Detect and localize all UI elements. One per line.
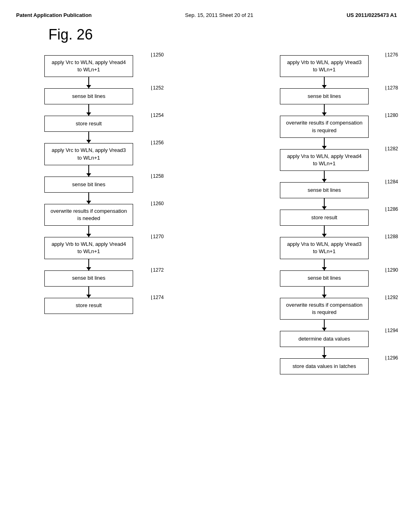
page: Patent Application Publication Sep. 15, …: [0, 0, 413, 532]
right-flow-column: apply Vrb to WLN, apply Vread3 to WLn+1 …: [268, 55, 381, 374]
arrow-1278-1280: [324, 104, 325, 116]
box-1254: store result: [44, 116, 133, 132]
box-1280: overwrite results if compensation is req…: [280, 116, 369, 137]
node-1296-wrapper: store data values in latches ⌊1296: [268, 358, 381, 374]
arrow-1282-1284: [324, 171, 325, 182]
box-1272: sense bit lines: [44, 270, 133, 287]
label-1290: ⌊1290: [384, 267, 399, 273]
node-1280-wrapper: overwrite results if compensation is req…: [268, 116, 381, 137]
box-1288: apply Vra to WLN, apply Vread3 to WLn+1: [280, 237, 369, 259]
box-1282: apply Vra to WLN, apply Vread4 to WLn+1: [280, 149, 369, 171]
node-1270-wrapper: apply Vrb to WLN, apply Vread4 to WLn+1 …: [32, 237, 145, 259]
box-1252: sense bit lines: [44, 88, 133, 104]
box-1274: store result: [44, 298, 133, 314]
node-1254-wrapper: store result ⌊1254: [32, 116, 145, 132]
arrow-1284-1286: [324, 198, 325, 210]
arrow-1270-1272: [88, 259, 89, 270]
label-1294: ⌊1294: [384, 328, 399, 333]
node-1292-wrapper: overwrite results if compensation is req…: [268, 298, 381, 320]
node-1284-wrapper: sense bit lines ⌊1284: [268, 182, 381, 198]
label-1274: ⌊1274: [150, 295, 165, 300]
label-1270: ⌊1270: [150, 234, 165, 239]
header-right: US 2011/0225473 A1: [346, 12, 397, 18]
node-1256-wrapper: apply Vrc to WLN, apply Vread3 to WLn+1 …: [32, 143, 145, 165]
node-1294-wrapper: determine data values ⌊1294: [268, 331, 381, 347]
node-1288-wrapper: apply Vra to WLN, apply Vread3 to WLn+1 …: [268, 237, 381, 259]
box-1296: store data values in latches: [280, 358, 369, 374]
arrow-1292-1294: [324, 320, 325, 331]
figure-title: Fig. 26: [48, 26, 397, 43]
arrow-1252-1254: [88, 104, 89, 116]
box-1258: sense bit lines: [44, 177, 133, 193]
node-1278-wrapper: sense bit lines ⌊1278: [268, 88, 381, 104]
label-1280: ⌊1280: [384, 112, 399, 118]
arrow-1260-1270: [88, 226, 89, 237]
box-1270: apply Vrb to WLN, apply Vread4 to WLn+1: [44, 237, 133, 259]
header-left: Patent Application Publication: [16, 12, 92, 18]
node-1258-wrapper: sense bit lines ⌊1258: [32, 177, 145, 193]
box-1250: apply Vrc to WLN, apply Vread4 to WLn+1: [44, 55, 133, 77]
box-1284: sense bit lines: [280, 182, 369, 198]
arrow-1290-1292: [324, 287, 325, 298]
arrow-1280-1282: [324, 138, 325, 149]
header-center: Sep. 15, 2011 Sheet 20 of 21: [185, 12, 253, 18]
arrow-1250-1252: [88, 77, 89, 88]
box-1292: overwrite results if compensation is req…: [280, 298, 369, 320]
label-1296: ⌊1296: [384, 355, 399, 361]
box-1286: store result: [280, 210, 369, 226]
label-1254: ⌊1254: [150, 112, 165, 118]
label-1260: ⌊1260: [150, 201, 165, 206]
label-1272: ⌊1272: [150, 267, 165, 273]
label-1288: ⌊1288: [384, 234, 399, 239]
page-header: Patent Application Publication Sep. 15, …: [16, 8, 397, 26]
node-1276-wrapper: apply Vrb to WLN, apply Vread3 to WLn+1 …: [268, 55, 381, 77]
arrow-1288-1290: [324, 259, 325, 270]
node-1250-wrapper: apply Vrc to WLN, apply Vread4 to WLn+1 …: [32, 55, 145, 77]
box-1290: sense bit lines: [280, 270, 369, 287]
left-flow-column: apply Vrc to WLN, apply Vread4 to WLn+1 …: [32, 55, 145, 374]
label-1292: ⌊1292: [384, 295, 399, 300]
box-1294: determine data values: [280, 331, 369, 347]
box-1278: sense bit lines: [280, 88, 369, 104]
label-1284: ⌊1284: [384, 179, 399, 185]
arrow-1256-1258: [88, 165, 89, 177]
node-1274-wrapper: store result ⌊1274: [32, 298, 145, 314]
node-1272-wrapper: sense bit lines ⌊1272: [32, 270, 145, 287]
arrow-1276-1278: [324, 77, 325, 88]
node-1290-wrapper: sense bit lines ⌊1290: [268, 270, 381, 287]
arrow-1272-1274: [88, 287, 89, 298]
node-1260-wrapper: overwrite results if compensation is nee…: [32, 204, 145, 226]
node-1282-wrapper: apply Vra to WLN, apply Vread4 to WLn+1 …: [268, 149, 381, 171]
diagram-container: apply Vrc to WLN, apply Vread4 to WLn+1 …: [16, 55, 397, 374]
label-1276: ⌊1276: [384, 52, 399, 58]
arrow-1294-1296: [324, 347, 325, 358]
arrow-1286-1288: [324, 226, 325, 237]
label-1282: ⌊1282: [384, 146, 399, 152]
arrow-1254-1256: [88, 132, 89, 143]
node-1286-wrapper: store result ⌊1286: [268, 210, 381, 226]
box-1276: apply Vrb to WLN, apply Vread3 to WLn+1: [280, 55, 369, 77]
label-1252: ⌊1252: [150, 85, 165, 91]
arrow-1258-1260: [88, 193, 89, 204]
box-1260: overwrite results if compensation is nee…: [44, 204, 133, 226]
label-1278: ⌊1278: [384, 85, 399, 91]
label-1258: ⌊1258: [150, 173, 165, 179]
label-1286: ⌊1286: [384, 206, 399, 212]
label-1256: ⌊1256: [150, 140, 165, 145]
label-1250: ⌊1250: [150, 52, 165, 58]
node-1252-wrapper: sense bit lines ⌊1252: [32, 88, 145, 104]
box-1256: apply Vrc to WLN, apply Vread3 to WLn+1: [44, 143, 133, 165]
